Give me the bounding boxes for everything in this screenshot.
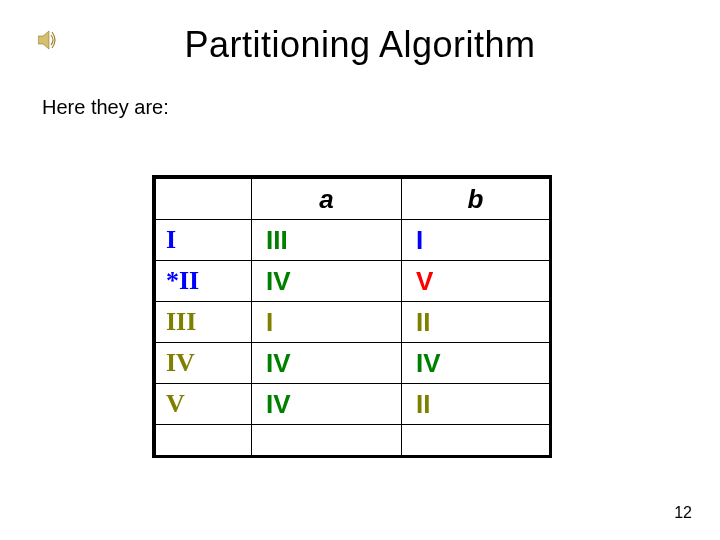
slide-title: Partitioning Algorithm <box>0 24 720 66</box>
cell-b: II <box>402 302 550 343</box>
cell-b: IV <box>402 343 550 384</box>
row-label: *II <box>156 261 252 302</box>
cell-a: I <box>252 302 402 343</box>
table-row: *II IV V <box>156 261 550 302</box>
partition-table: a b I III I *II IV V III I II IV IV IV V… <box>152 175 552 458</box>
cell-b: I <box>402 220 550 261</box>
cell-b: V <box>402 261 550 302</box>
header-empty <box>156 179 252 220</box>
header-b: b <box>402 179 550 220</box>
cell-a: IV <box>252 261 402 302</box>
table-row: IV IV IV <box>156 343 550 384</box>
table-spacer <box>156 425 550 456</box>
table-header-row: a b <box>156 179 550 220</box>
cell-a: IV <box>252 343 402 384</box>
page-number: 12 <box>674 504 692 522</box>
row-label: V <box>156 384 252 425</box>
table-row: III I II <box>156 302 550 343</box>
cell-a: IV <box>252 384 402 425</box>
table-row: I III I <box>156 220 550 261</box>
header-a: a <box>252 179 402 220</box>
row-label: I <box>156 220 252 261</box>
table-row: V IV II <box>156 384 550 425</box>
row-label: IV <box>156 343 252 384</box>
cell-b: II <box>402 384 550 425</box>
cell-a: III <box>252 220 402 261</box>
slide-subtitle: Here they are: <box>42 96 169 119</box>
row-label: III <box>156 302 252 343</box>
